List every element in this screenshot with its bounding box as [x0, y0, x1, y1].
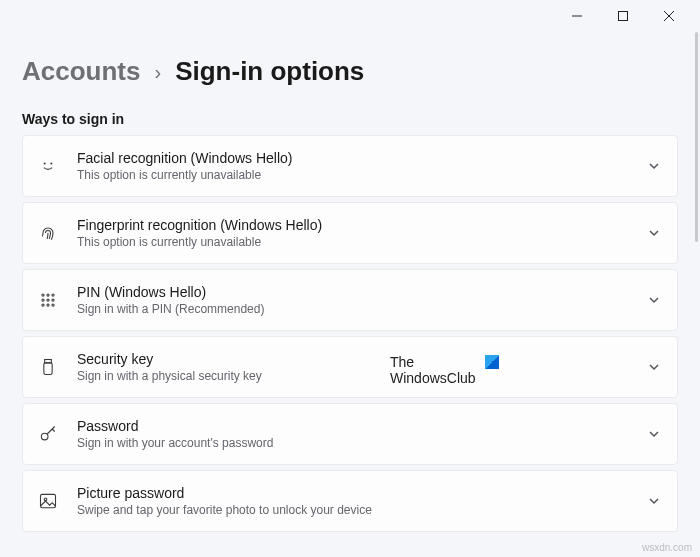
option-title: Fingerprint recognition (Windows Hello) [77, 216, 647, 234]
window-titlebar [0, 0, 700, 32]
option-desc: This option is currently unavailable [77, 235, 647, 251]
scrollbar-thumb[interactable] [695, 32, 698, 242]
svg-point-14 [52, 304, 54, 306]
chevron-down-icon [647, 360, 661, 374]
option-text: Fingerprint recognition (Windows Hello) … [77, 216, 647, 251]
option-title: PIN (Windows Hello) [77, 283, 647, 301]
chevron-down-icon [647, 159, 661, 173]
option-desc: Sign in with a PIN (Recommended) [77, 302, 647, 318]
svg-point-12 [42, 304, 44, 306]
svg-point-10 [47, 299, 49, 301]
svg-point-11 [52, 299, 54, 301]
svg-point-9 [42, 299, 44, 301]
smiley-icon [37, 155, 59, 177]
option-title: Password [77, 417, 647, 435]
image-credit: wsxdn.com [642, 542, 692, 553]
breadcrumb-parent[interactable]: Accounts [22, 56, 140, 87]
svg-point-6 [42, 294, 44, 296]
svg-point-13 [47, 304, 49, 306]
usb-key-icon [37, 356, 59, 378]
option-password[interactable]: Password Sign in with your account's pas… [22, 403, 678, 465]
svg-rect-20 [41, 494, 56, 507]
section-label: Ways to sign in [22, 111, 678, 127]
scrollbar[interactable] [692, 32, 698, 332]
option-text: Security key Sign in with a physical sec… [77, 350, 647, 385]
maximize-button[interactable] [600, 1, 646, 31]
svg-point-7 [47, 294, 49, 296]
option-desc: Sign in with a physical security key [77, 369, 647, 385]
svg-point-17 [41, 433, 48, 440]
option-text: Facial recognition (Windows Hello) This … [77, 149, 647, 184]
minimize-button[interactable] [554, 1, 600, 31]
chevron-down-icon [647, 293, 661, 307]
chevron-down-icon [647, 427, 661, 441]
fingerprint-icon [37, 222, 59, 244]
svg-point-4 [44, 163, 46, 165]
chevron-right-icon: › [154, 61, 161, 84]
option-title: Facial recognition (Windows Hello) [77, 149, 647, 167]
svg-rect-1 [619, 12, 628, 21]
svg-line-19 [52, 429, 54, 432]
option-desc: This option is currently unavailable [77, 168, 647, 184]
page-title: Sign-in options [175, 56, 364, 87]
option-facial-recognition[interactable]: Facial recognition (Windows Hello) This … [22, 135, 678, 197]
option-security-key[interactable]: Security key Sign in with a physical sec… [22, 336, 678, 398]
keypad-icon [37, 289, 59, 311]
chevron-down-icon [647, 226, 661, 240]
option-desc: Swipe and tap your favorite photo to unl… [77, 503, 647, 519]
svg-point-5 [50, 163, 52, 165]
option-fingerprint[interactable]: Fingerprint recognition (Windows Hello) … [22, 202, 678, 264]
option-picture-password[interactable]: Picture password Swipe and tap your favo… [22, 470, 678, 532]
svg-rect-16 [44, 363, 52, 375]
content-area: Accounts › Sign-in options Ways to sign … [0, 32, 700, 532]
option-desc: Sign in with your account's password [77, 436, 647, 452]
picture-icon [37, 490, 59, 512]
svg-point-8 [52, 294, 54, 296]
option-title: Security key [77, 350, 647, 368]
option-text: PIN (Windows Hello) Sign in with a PIN (… [77, 283, 647, 318]
close-button[interactable] [646, 1, 692, 31]
option-title: Picture password [77, 484, 647, 502]
option-text: Password Sign in with your account's pas… [77, 417, 647, 452]
breadcrumb: Accounts › Sign-in options [22, 56, 678, 87]
option-text: Picture password Swipe and tap your favo… [77, 484, 647, 519]
key-icon [37, 423, 59, 445]
option-pin[interactable]: PIN (Windows Hello) Sign in with a PIN (… [22, 269, 678, 331]
chevron-down-icon [647, 494, 661, 508]
